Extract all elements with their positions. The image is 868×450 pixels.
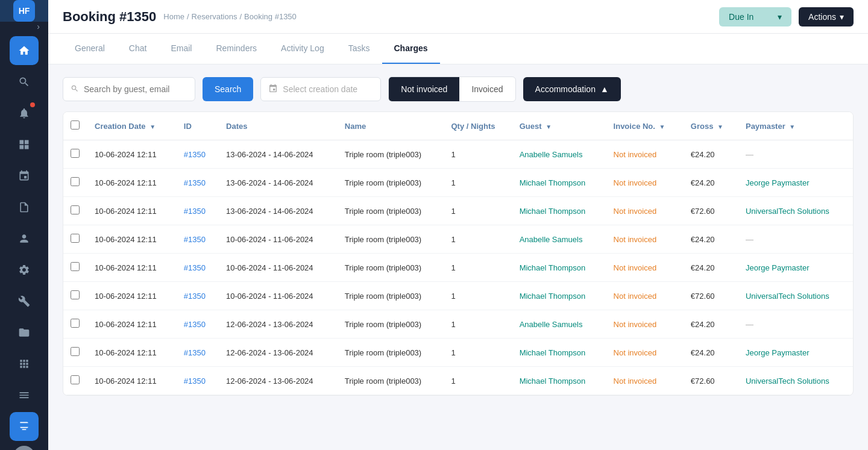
- sidebar-item-dashboard[interactable]: [10, 130, 39, 159]
- row-checkbox[interactable]: [71, 234, 80, 243]
- sidebar-item-home[interactable]: [10, 36, 39, 65]
- row-id-link[interactable]: #1350: [184, 235, 206, 244]
- tab-tasks[interactable]: Tasks: [336, 34, 382, 64]
- sidebar-item-folders[interactable]: [10, 318, 39, 347]
- row-checkbox[interactable]: [71, 375, 80, 384]
- row-paymaster-link[interactable]: Jeorge Paymaster: [746, 348, 810, 357]
- row-id-link[interactable]: #1350: [184, 320, 206, 329]
- sidebar-item-tools[interactable]: [10, 287, 39, 316]
- row-id-link[interactable]: #1350: [184, 150, 206, 159]
- row-paymaster: Jeorge Paymaster: [738, 254, 853, 282]
- tab-activity-log[interactable]: Activity Log: [269, 34, 336, 64]
- row-guest-link[interactable]: Anabelle Samuels: [520, 320, 583, 329]
- search-button[interactable]: Search: [203, 77, 253, 101]
- row-id: #1350: [177, 197, 219, 225]
- sidebar-item-notifications[interactable]: [10, 99, 39, 128]
- breadcrumb: Home / Reservations / Booking #1350: [163, 12, 297, 21]
- header-invoice-no[interactable]: Invoice No. ▼: [606, 112, 684, 140]
- row-paymaster-link[interactable]: UniversalTech Solutions: [746, 292, 829, 301]
- sort-arrow-guest: ▼: [546, 123, 552, 130]
- row-id-link[interactable]: #1350: [184, 292, 206, 301]
- row-paymaster-link[interactable]: Jeorge Paymaster: [746, 263, 810, 272]
- sidebar-item-list[interactable]: [10, 381, 39, 410]
- row-gross: €72.60: [684, 282, 738, 310]
- row-checkbox[interactable]: [71, 205, 80, 214]
- header-id: ID: [177, 112, 219, 140]
- row-dates: 10-06-2024 - 11-06-2024: [219, 225, 338, 254]
- row-guest: Anabelle Samuels: [512, 140, 606, 169]
- search-input[interactable]: [84, 84, 180, 94]
- sidebar-item-screen[interactable]: [10, 412, 39, 441]
- breadcrumb-reservations[interactable]: Reservations: [192, 12, 237, 21]
- row-guest-link[interactable]: Michael Thompson: [520, 292, 586, 301]
- sidebar-item-search[interactable]: [10, 67, 39, 96]
- row-guest-link[interactable]: Michael Thompson: [520, 377, 586, 386]
- row-guest-link[interactable]: Michael Thompson: [520, 263, 586, 272]
- row-guest: Michael Thompson: [512, 197, 606, 225]
- row-checkbox[interactable]: [71, 262, 80, 271]
- breadcrumb-home[interactable]: Home: [163, 12, 184, 21]
- tab-charges[interactable]: Charges: [382, 34, 440, 64]
- row-paymaster-link[interactable]: UniversalTech Solutions: [746, 377, 829, 386]
- row-guest-link[interactable]: Anabelle Samuels: [520, 235, 583, 244]
- row-checkbox-cell: [63, 169, 87, 197]
- not-invoiced-filter-btn[interactable]: Not invoiced: [389, 77, 459, 101]
- row-creation-date: 10-06-2024 12:11: [87, 282, 177, 310]
- row-id-link[interactable]: #1350: [184, 178, 206, 187]
- sidebar-item-modules[interactable]: [10, 349, 39, 378]
- user-avatar-container[interactable]: [0, 446, 48, 450]
- row-checkbox[interactable]: [71, 347, 80, 356]
- row-guest-link[interactable]: Anabelle Samuels: [520, 150, 583, 159]
- header-qty-nights: Qty / Nights: [444, 112, 512, 140]
- row-creation-date: 10-06-2024 12:11: [87, 140, 177, 169]
- sidebar-item-calendar[interactable]: [10, 161, 39, 190]
- tab-reminders[interactable]: Reminders: [204, 34, 269, 64]
- row-guest-link[interactable]: Michael Thompson: [520, 348, 586, 357]
- row-id: #1350: [177, 282, 219, 310]
- row-dates: 13-06-2024 - 14-06-2024: [219, 197, 338, 225]
- row-paymaster-link[interactable]: UniversalTech Solutions: [746, 207, 829, 216]
- tab-email[interactable]: Email: [159, 34, 204, 64]
- table-row: 10-06-2024 12:11 #1350 10-06-2024 - 11-0…: [63, 282, 853, 310]
- actions-button[interactable]: Actions ▾: [799, 7, 854, 27]
- sidebar-item-documents[interactable]: [10, 193, 39, 222]
- row-paymaster-link[interactable]: Jeorge Paymaster: [746, 178, 810, 187]
- row-checkbox[interactable]: [71, 319, 80, 328]
- header-creation-date[interactable]: Creation Date ▼: [87, 112, 177, 140]
- status-button[interactable]: Due In ▾: [719, 7, 791, 27]
- sidebar-collapse-icon[interactable]: ›: [37, 22, 40, 31]
- row-guest-link[interactable]: Michael Thompson: [520, 207, 586, 216]
- header-gross[interactable]: Gross ▼: [684, 112, 738, 140]
- row-id-link[interactable]: #1350: [184, 348, 206, 357]
- tab-chat[interactable]: Chat: [117, 34, 159, 64]
- topbar: Booking #1350 Home / Reservations / Book…: [48, 0, 868, 34]
- row-id-link[interactable]: #1350: [184, 377, 206, 386]
- row-dates: 13-06-2024 - 14-06-2024: [219, 140, 338, 169]
- sidebar-item-settings[interactable]: [10, 255, 39, 284]
- invoiced-filter-btn[interactable]: Invoiced: [459, 77, 515, 101]
- select-all-checkbox[interactable]: [71, 120, 80, 130]
- row-dates: 10-06-2024 - 11-06-2024: [219, 282, 338, 310]
- row-id-link[interactable]: #1350: [184, 263, 206, 272]
- row-checkbox[interactable]: [71, 177, 80, 186]
- row-checkbox[interactable]: [71, 149, 80, 158]
- row-checkbox[interactable]: [71, 290, 80, 299]
- sidebar-logo[interactable]: HF: [0, 0, 48, 22]
- tab-general[interactable]: General: [63, 34, 117, 64]
- date-picker[interactable]: Select creation date: [260, 77, 381, 101]
- header-guest[interactable]: Guest ▼: [512, 112, 606, 140]
- accommodation-chevron-icon: ▲: [600, 84, 609, 94]
- sidebar-item-users[interactable]: [10, 224, 39, 253]
- row-guest-link[interactable]: Michael Thompson: [520, 178, 586, 187]
- breadcrumb-sep1: /: [187, 12, 189, 21]
- avatar: [13, 446, 35, 450]
- invoice-status-badge: Not invoiced: [614, 348, 657, 357]
- header-paymaster[interactable]: Paymaster ▼: [738, 112, 853, 140]
- accommodation-label: Accommodation: [535, 84, 596, 94]
- accommodation-button[interactable]: Accommodation ▲: [523, 77, 621, 101]
- row-id-link[interactable]: #1350: [184, 207, 206, 216]
- row-id: #1350: [177, 225, 219, 254]
- row-paymaster: Jeorge Paymaster: [738, 339, 853, 367]
- sort-arrow-paymaster: ▼: [789, 123, 795, 130]
- breadcrumb-booking[interactable]: Booking #1350: [244, 12, 297, 21]
